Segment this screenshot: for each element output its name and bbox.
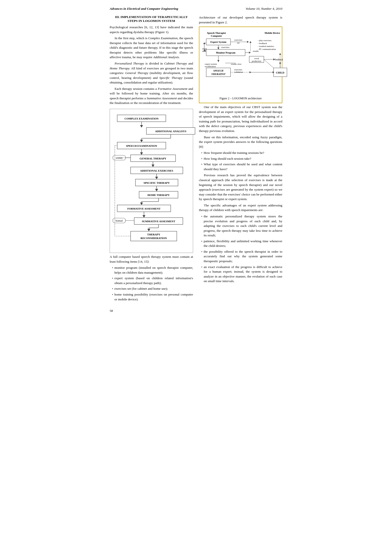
svg-marker-34 [140, 203, 143, 205]
svg-line-108 [264, 59, 274, 68]
paragraph-7: Base on this information, encoded using … [199, 135, 282, 149]
svg-marker-24 [155, 177, 158, 179]
paragraph-6: One of the main objectives of our CBST s… [199, 105, 282, 133]
page-header: Advances in Electrical and Computer Engi… [110, 7, 282, 11]
svg-text:- feedback: - feedback [258, 42, 267, 45]
svg-text:THERAPIST: THERAPIST [211, 73, 226, 75]
svg-text:Expert System: Expert System [210, 41, 226, 43]
svg-text:Mobile Device: Mobile Device [265, 32, 280, 34]
svg-text:SPEECH EXAMINATION: SPEECH EXAMINATION [126, 144, 157, 147]
paragraph-2: In the first step, which is Complex Exam… [110, 36, 193, 60]
list-item: expert system (based on children related… [112, 276, 193, 285]
svg-text:validation: validation [234, 71, 243, 73]
svg-text:set: set [237, 42, 240, 44]
paragraph-3: Personalized Therapy is divided in Cabin… [110, 61, 193, 85]
svg-text:results: results [253, 50, 259, 52]
svg-marker-9 [140, 140, 143, 142]
flowchart-svg: COMPLEX EXAMINATION ADDITIONAL ANALISYS … [112, 112, 202, 248]
svg-text:Speech Therapist: Speech Therapist [207, 32, 226, 34]
paragraph-1: Psychological researches [6, 12, 13] hav… [110, 25, 193, 34]
figure-1-container: COMPLEX EXAMINATION ADDITIONAL ANALISYS … [110, 109, 193, 253]
left-bullet-list: monitor program (installed on speech the… [110, 265, 193, 302]
svg-text:ADDITIONAL EXERCISES: ADDITIONAL EXERCISES [140, 169, 173, 172]
svg-text:Computer: Computer [211, 35, 222, 37]
svg-marker-76 [217, 47, 219, 49]
svg-text:- play exercises: - play exercises [258, 39, 271, 42]
figure-2-caption: Figure 2 – LOGOMON architecture [202, 97, 279, 100]
svg-marker-20 [151, 165, 154, 167]
svg-text:SUMMATIVE ASSESMENT: SUMMATIVE ASSESMENT [142, 220, 175, 223]
svg-text:Monitor Program: Monitor Program [216, 51, 235, 54]
svg-marker-61 [247, 41, 249, 43]
svg-text:vocal: vocal [254, 57, 259, 60]
svg-marker-84 [249, 41, 251, 43]
svg-text:ADDITIONAL ANALISYS: ADDITIONAL ANALISYS [155, 130, 187, 133]
list-item: patience, flexibility and unlimited work… [201, 239, 282, 248]
svg-marker-81 [249, 52, 251, 54]
list-item: the possibility offered to the speech th… [201, 249, 282, 264]
list-item: home training possibility (exercises on … [112, 292, 193, 302]
left-column: III. IMPLEMENTATION OF TERAPEUTICALLY ST… [110, 15, 193, 303]
section-title: III. IMPLEMENTATION OF TERAPEUTICALLY ST… [110, 15, 193, 23]
svg-text:bianual: bianual [116, 219, 123, 222]
svg-marker-28 [155, 189, 158, 191]
right-column: Architecture of our developed speech the… [199, 15, 282, 303]
list-item: exercises set (for cabinet and home use)… [112, 286, 193, 291]
arch-svg: Speech Therapist Computer Mobile Device … [202, 29, 289, 95]
list-item: How long should each session take? [201, 156, 282, 161]
svg-text:GENERAL THERAPY: GENERAL THERAPY [140, 157, 166, 160]
svg-text:RECONSIDERATION: RECONSIDERATION [141, 237, 167, 240]
svg-text:exercises: exercises [234, 68, 242, 71]
svg-text:SPECIFIC THERAPY: SPECIFIC THERAPY [143, 181, 170, 184]
svg-text:feedback: feedback [275, 58, 283, 61]
main-content: III. IMPLEMENTATION OF TERAPEUTICALLY ST… [110, 15, 282, 303]
svg-marker-38 [143, 215, 145, 218]
svg-text:- PC communication: - PC communication [258, 48, 276, 50]
svg-text:CHILD: CHILD [276, 71, 285, 74]
journal-name: Advances in Electrical and Computer Engi… [110, 7, 178, 11]
paragraph-5: A full computer based speech therapy sys… [110, 254, 193, 264]
figure-2-container: Speech Therapist Computer Mobile Device … [199, 27, 282, 103]
svg-marker-47 [147, 229, 150, 231]
list-item: How frequent should the training session… [201, 150, 282, 155]
svg-rect-48 [131, 231, 177, 241]
svg-marker-112 [279, 53, 281, 55]
svg-text:SPEECH: SPEECH [213, 69, 223, 72]
svg-text:FORMATIVE ASSESMENT: FORMATIVE ASSESMENT [127, 207, 161, 210]
right-bullet-list-2: the automatic personalized therapy syste… [199, 214, 282, 284]
svg-text:exercises: exercises [221, 46, 229, 48]
list-item: the automatic personalized therapy syste… [201, 214, 282, 238]
svg-text:HOME THERAPY: HOME THERAPY [147, 194, 169, 196]
svg-text:COMPLEX EXAMINATION: COMPLEX EXAMINATION [125, 117, 159, 120]
svg-marker-13 [140, 152, 143, 155]
list-item: an exact evaluation of the progress is d… [201, 265, 282, 284]
svg-text:THERAPY: THERAPY [147, 233, 160, 236]
page-number: 58 [110, 309, 282, 313]
list-item: monitor program (installed on speech the… [112, 265, 193, 275]
svg-text:expert system: expert system [205, 63, 217, 65]
svg-marker-3 [140, 125, 143, 128]
right-bullet-list-1: How frequent should the training session… [199, 150, 282, 171]
svg-text:production: production [252, 60, 261, 62]
paragraph-4: Each therapy session contains a Formativ… [110, 86, 193, 105]
svg-text:exercises: exercises [234, 39, 242, 41]
volume-info: Volume 10, Number 4, 2010 [246, 7, 282, 11]
paragraph-9: The specific advantages of an expert sys… [199, 203, 282, 213]
list-item: What type of exercises should be used an… [201, 162, 282, 171]
svg-marker-92 [217, 60, 219, 62]
paragraph-8: Previous research has proved the equival… [199, 173, 282, 201]
svg-text:- resulted statistics: - resulted statistics [258, 45, 274, 47]
arch-intro: Architecture of our developed speech the… [199, 15, 282, 25]
svg-text:recalibration: recalibration [205, 65, 216, 68]
